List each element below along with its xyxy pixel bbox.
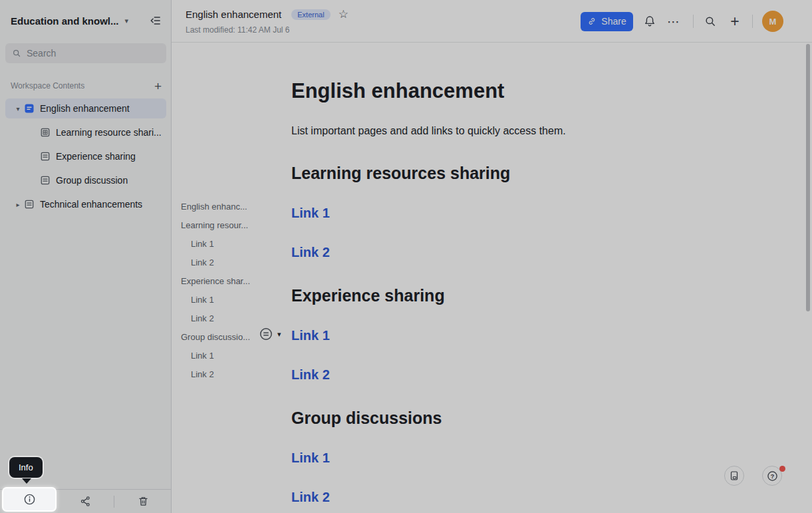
- sidebar-item-label: Technical enhancements: [40, 199, 142, 210]
- search-icon: [12, 49, 21, 58]
- chevron-down-icon[interactable]: ▾: [125, 17, 129, 25]
- search-input[interactable]: Search: [5, 43, 166, 63]
- document-canvas: English enhanc...Learning resour...Link …: [172, 43, 812, 513]
- outline-item-link-2[interactable]: Link 2: [181, 253, 287, 271]
- tour-tooltip: Info: [9, 457, 43, 478]
- share-button[interactable]: Share: [581, 12, 633, 31]
- document-intro[interactable]: List important pages and add links to qu…: [291, 124, 757, 138]
- sidebar-item-technical-enhancements[interactable]: ▸Technical enhancements: [5, 194, 166, 214]
- document-body: English enhancement List important pages…: [291, 43, 757, 513]
- share-button-label: Share: [601, 16, 626, 27]
- svg-text:?: ?: [770, 472, 774, 479]
- grid-doc-icon: [40, 127, 51, 138]
- doc-link-link-1[interactable]: Link 1: [291, 205, 330, 221]
- last-modified-label: Last modified: 11:42 AM Jul 6: [186, 25, 290, 35]
- doc-icon: [40, 175, 51, 186]
- document-header: English enhancement External ☆ Last modi…: [172, 0, 812, 43]
- doc-link-link-2[interactable]: Link 2: [291, 367, 330, 383]
- divider: [693, 15, 694, 28]
- external-badge: External: [291, 9, 330, 20]
- section-heading-learning-resources-sharing[interactable]: Learning resources sharing: [291, 163, 757, 183]
- sidebar-item-learning-resource-shari[interactable]: Learning resource shari...: [5, 122, 166, 142]
- info-button-spotlight[interactable]: [2, 487, 57, 512]
- workspace-title: Education and knowl...: [11, 15, 119, 27]
- divider: [752, 15, 753, 28]
- sidebar-item-label: English enhancement: [40, 103, 130, 114]
- workspace-tree: ▾English enhancementLearning resource sh…: [5, 98, 166, 218]
- more-actions-button[interactable]: ⋯: [666, 13, 682, 29]
- sidebar-item-group-discussion[interactable]: Group discussion: [5, 170, 166, 190]
- collapse-sidebar-button[interactable]: [148, 13, 163, 28]
- add-page-button[interactable]: +: [152, 80, 164, 92]
- tour-tooltip-arrow: [22, 478, 31, 484]
- block-handle-icon[interactable]: [259, 327, 273, 341]
- outline-item-link-2[interactable]: Link 2: [181, 309, 287, 327]
- doc-link-link-1[interactable]: Link 1: [291, 327, 330, 343]
- outline-item-link-1[interactable]: Link 1: [181, 234, 287, 253]
- global-search-button[interactable]: [702, 13, 718, 29]
- share-nodes-icon: [80, 496, 91, 507]
- star-icon[interactable]: ☆: [338, 9, 348, 20]
- search-icon: [704, 15, 716, 27]
- sidebar: Education and knowl... ▾ Search Workspac…: [0, 0, 172, 513]
- collapse-sidebar-icon: [150, 15, 162, 27]
- bell-icon: [644, 15, 656, 27]
- question-icon: ?: [767, 470, 778, 482]
- plus-icon: +: [730, 14, 739, 29]
- doc-link-link-1[interactable]: Link 1: [291, 450, 330, 466]
- doc-icon: [40, 151, 51, 162]
- doc-icon: [24, 199, 35, 210]
- search-placeholder: Search: [27, 48, 56, 59]
- outline-item-english-enhanc[interactable]: English enhanc...: [181, 197, 287, 216]
- outline-item-link-2[interactable]: Link 2: [181, 365, 287, 383]
- document-title[interactable]: English enhancement: [291, 79, 757, 104]
- sidebar-item-label: Group discussion: [56, 175, 128, 186]
- sidebar-item-label: Experience sharing: [56, 151, 136, 162]
- notification-dot: [779, 466, 785, 472]
- scrollbar[interactable]: [806, 44, 810, 311]
- chevron-down-icon[interactable]: ▾: [12, 105, 24, 112]
- doc-filled-icon: [24, 103, 35, 114]
- feedback-button[interactable]: [724, 466, 744, 486]
- outline-item-learning-resour[interactable]: Learning resour...: [181, 216, 287, 234]
- outline-item-link-1[interactable]: Link 1: [181, 346, 287, 365]
- trash-icon: [138, 496, 149, 507]
- sidebar-item-experience-sharing[interactable]: Experience sharing: [5, 146, 166, 166]
- document-outline: English enhanc...Learning resour...Link …: [181, 197, 287, 383]
- doc-comment-icon: [729, 470, 740, 481]
- share-page-button[interactable]: [57, 490, 114, 513]
- sidebar-item-label: Learning resource shari...: [56, 127, 162, 138]
- doc-header-title: English enhancement: [186, 9, 281, 20]
- info-icon: [23, 493, 36, 506]
- section-heading-group-discussions[interactable]: Group discussions: [291, 408, 757, 428]
- workspace-contents-label: Workspace Contents: [11, 81, 84, 90]
- create-new-button[interactable]: +: [727, 13, 743, 29]
- ellipsis-icon: ⋯: [667, 14, 680, 29]
- sidebar-item-english-enhancement[interactable]: ▾English enhancement: [5, 98, 166, 118]
- notifications-button[interactable]: [642, 13, 658, 29]
- workspace-switcher[interactable]: Education and knowl... ▾: [11, 12, 163, 29]
- doc-link-link-2[interactable]: Link 2: [291, 489, 330, 505]
- outline-item-link-1[interactable]: Link 1: [181, 290, 287, 309]
- collapse-block-caret-icon[interactable]: ▾: [277, 330, 281, 339]
- section-heading-experience-sharing[interactable]: Experience sharing: [291, 285, 757, 305]
- chevron-right-icon[interactable]: ▸: [12, 201, 24, 208]
- outline-item-experience-shar[interactable]: Experience shar...: [181, 271, 287, 290]
- delete-page-button[interactable]: [114, 490, 172, 513]
- link-icon: [587, 17, 597, 26]
- avatar[interactable]: M: [762, 11, 783, 32]
- doc-link-link-2[interactable]: Link 2: [291, 244, 330, 260]
